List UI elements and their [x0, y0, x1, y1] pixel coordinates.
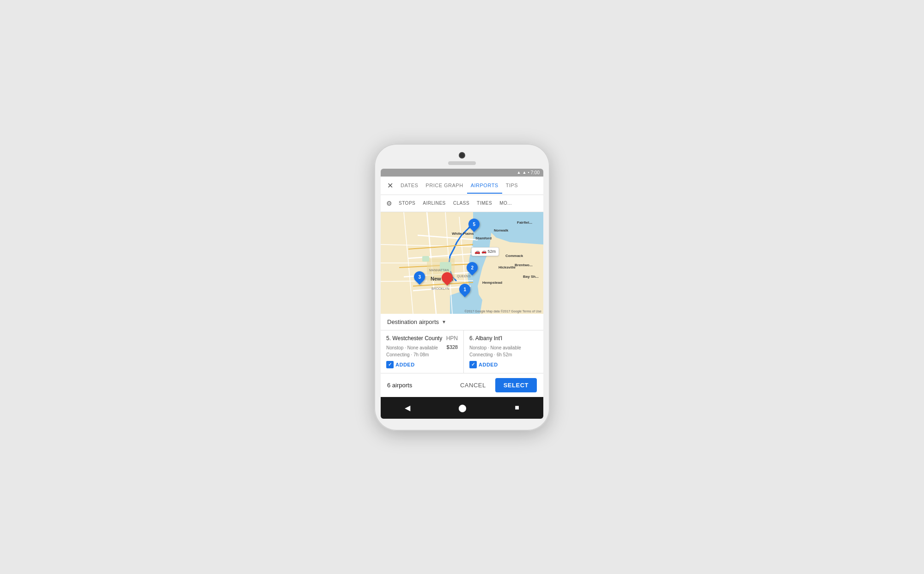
map-marker-3[interactable]: 3	[414, 271, 425, 282]
bottom-action-bar: 6 airports CANCEL SELECT	[381, 373, 543, 397]
checkbox-albany[interactable]: ✓	[469, 361, 477, 368]
status-bar: ▲ ▲ ▪ 7:00	[381, 169, 543, 177]
map-area: White Plains Stamford Norwalk Fairfiel..…	[381, 212, 543, 314]
nav-tabs-container: DATES PRICE GRAPH AIRPORTS TIPS	[397, 177, 541, 194]
airport-card-albany[interactable]: 6. Albany Int'l Nonstop · None available…	[464, 330, 543, 373]
svg-rect-17	[422, 256, 429, 262]
map-copyright: ©2017 Google Map data ©2017 Google Terms…	[464, 310, 541, 313]
battery-icon: ▪	[528, 170, 529, 175]
close-button[interactable]: ✕	[383, 177, 397, 195]
tab-tips[interactable]: TIPS	[502, 177, 522, 194]
filter-stops[interactable]: STOPS	[396, 199, 418, 208]
airport-name-albany: 6. Albany Int'l	[469, 335, 539, 342]
camera	[459, 152, 465, 159]
filter-bar: ⚙ STOPS AIRLINES CLASS TIMES MO...	[381, 195, 543, 212]
destination-header[interactable]: Destination airports ▼	[381, 314, 543, 330]
filter-class[interactable]: CLASS	[450, 199, 472, 208]
back-button[interactable]: ◀	[397, 402, 418, 414]
added-text-westchester: ADDED	[395, 362, 415, 367]
bottom-actions: CANCEL SELECT	[458, 378, 537, 392]
map-marker-5[interactable]: 5	[468, 219, 480, 230]
destination-label: Destination airports	[387, 318, 439, 325]
map-marker-origin[interactable]	[442, 272, 453, 283]
phone-screen: ▲ ▲ ▪ 7:00 ✕ DATES PRICE GRAPH AIRPORTS …	[381, 169, 543, 419]
airports-count: 6 airports	[387, 382, 412, 389]
drive-time-label: 🚗 🚗 52m	[471, 247, 499, 256]
airport-card-westchester[interactable]: 5. Westchester County HPN Nonstop · None…	[381, 330, 464, 373]
airport-flight-info-westchester: Nonstop · None available Connecting · 7h…	[386, 344, 438, 358]
airport-code-westchester: HPN	[446, 335, 458, 342]
phone-outer: ▲ ▲ ▪ 7:00 ✕ DATES PRICE GRAPH AIRPORTS …	[374, 144, 550, 431]
dropdown-arrow-icon: ▼	[442, 319, 446, 324]
recents-button[interactable]: ■	[507, 402, 527, 414]
map-marker-1[interactable]: 1	[459, 284, 470, 295]
filter-airlines[interactable]: AIRLINES	[420, 199, 449, 208]
select-button[interactable]: SELECT	[495, 378, 537, 392]
added-row-albany[interactable]: ✓ ADDED	[469, 361, 541, 368]
status-time: 7:00	[531, 170, 540, 175]
wifi-icon: ▲	[517, 170, 521, 175]
filter-more[interactable]: MO...	[497, 199, 515, 208]
tab-price-graph[interactable]: PRICE GRAPH	[422, 177, 467, 194]
phone-top	[381, 152, 543, 165]
tab-airports[interactable]: AIRPORTS	[467, 177, 502, 194]
filter-icon[interactable]: ⚙	[384, 198, 394, 209]
map-marker-2[interactable]: 2	[467, 262, 478, 273]
signal-icon: ▲	[522, 170, 526, 175]
airport-name-westchester: 5. Westchester County	[386, 335, 444, 342]
home-button[interactable]: ⬤	[451, 402, 474, 414]
speaker	[448, 161, 476, 165]
svg-rect-16	[440, 262, 451, 271]
filter-times[interactable]: TIMES	[474, 199, 495, 208]
top-nav: ✕ DATES PRICE GRAPH AIRPORTS TIPS	[381, 177, 543, 195]
added-text-albany: ADDED	[479, 362, 498, 367]
airports-row: 5. Westchester County HPN Nonstop · None…	[381, 330, 543, 373]
added-row-westchester[interactable]: ✓ ADDED	[386, 361, 458, 368]
checkbox-westchester[interactable]: ✓	[386, 361, 394, 368]
airport-flight-info-albany: Nonstop · None available Connecting · 6h…	[469, 344, 521, 358]
android-nav-bar: ◀ ⬤ ■	[381, 397, 543, 419]
cancel-button[interactable]: CANCEL	[458, 379, 488, 391]
airport-price-westchester: $328	[447, 344, 458, 350]
tab-dates[interactable]: DATES	[397, 177, 422, 194]
